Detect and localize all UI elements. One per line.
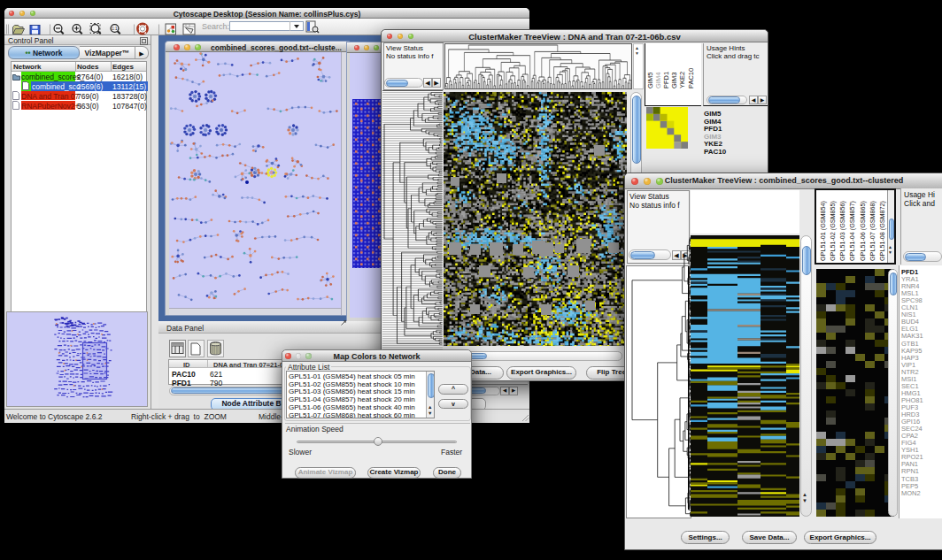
svg-text:GPL51-01 (GSM854): GPL51-01 (GSM854) [819,201,827,261]
svg-text:GPL51-06 (GSM865): GPL51-06 (GSM865) [859,201,867,261]
svg-text:GPL51-03 (GSM856): GPL51-03 (GSM856) [838,201,846,261]
svg-text:GPL51-08 (GSM872): GPL51-08 (GSM872) [878,201,886,261]
svg-text:GIM4: GIM4 [654,73,662,88]
svg-text:PFD1: PFD1 [662,72,670,88]
svg-text:PAC10: PAC10 [687,68,695,88]
svg-text:YKE2: YKE2 [678,72,686,88]
svg-text:GPL51-04 (GSM857): GPL51-04 (GSM857) [848,201,856,261]
svg-text:Search:: Search: [202,22,229,31]
svg-text:GIM3: GIM3 [670,73,678,88]
svg-text:1:1: 1:1 [112,27,118,31]
svg-text:GPL51-02 (GSM855): GPL51-02 (GSM855) [829,201,837,261]
svg-text:GIM5: GIM5 [646,73,654,88]
svg-text:GPL51-07 (GSM868): GPL51-07 (GSM868) [869,201,876,261]
